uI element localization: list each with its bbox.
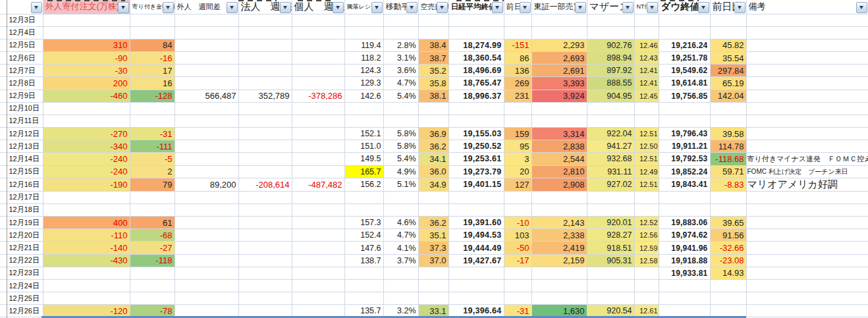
cell-opening_amount[interactable] (130, 102, 175, 115)
cell-short_ratio[interactable]: 36.2 (418, 217, 448, 229)
cell-nikkei_diff[interactable] (504, 26, 531, 39)
cell-nikkei_close[interactable] (448, 102, 504, 115)
cell-nikkei_close[interactable] (448, 26, 504, 39)
cell-gaijin_orders[interactable]: -240 (43, 153, 130, 165)
cell-dow_close[interactable]: 19,852.24 (659, 165, 710, 178)
cell-mothers[interactable] (587, 292, 634, 305)
cell-remarks[interactable] (746, 203, 868, 216)
cell-gaijin_orders[interactable] (43, 203, 130, 216)
cell-short_ratio[interactable] (418, 115, 448, 127)
cell-hojin_week[interactable] (238, 77, 292, 90)
cell-toraku_ratio[interactable]: 118.2 (344, 52, 383, 65)
cell-tosho_volume[interactable] (531, 102, 587, 115)
cell-dow_diff[interactable] (710, 102, 746, 115)
cell-tosho_volume[interactable]: 2,838 (531, 140, 587, 153)
date-cell[interactable]: 12月20日 (7, 229, 43, 242)
cell-remarks[interactable] (746, 279, 868, 292)
filter-dropdown-button-nt_ratio[interactable] (647, 2, 658, 13)
cell-kojin_week[interactable] (292, 153, 344, 165)
cell-nikkei_diff[interactable]: 269 (504, 77, 531, 90)
cell-mothers[interactable]: 927.02 (587, 178, 634, 191)
cell-hojin_week[interactable] (238, 14, 292, 26)
cell-dow_close[interactable] (659, 203, 710, 216)
cell-gaijin_orders[interactable]: -140 (43, 242, 130, 254)
filter-dropdown-button-dow_diff[interactable] (734, 2, 746, 13)
cell-gaijin_week[interactable] (175, 14, 238, 26)
cell-dow_diff[interactable] (710, 14, 746, 26)
date-cell[interactable]: 12月5日 (7, 39, 43, 51)
cell-remarks[interactable] (746, 128, 868, 140)
cell-gaijin_week[interactable] (175, 65, 238, 77)
cell-remarks[interactable] (746, 305, 868, 317)
cell-hojin_week[interactable] (238, 140, 292, 153)
filter-dropdown-button-moving_avg[interactable] (406, 2, 418, 13)
cell-nt_ratio[interactable]: 12.59 (634, 242, 659, 254)
cell-dow_diff[interactable]: 59.71 (710, 165, 746, 178)
date-cell[interactable]: 12月18日 (7, 203, 43, 216)
cell-hojin_week[interactable] (238, 52, 292, 65)
cell-dow_close[interactable]: 19,911.21 (659, 140, 710, 153)
cell-kojin_week[interactable]: -487,482 (292, 178, 344, 191)
cell-short_ratio[interactable]: 38.4 (418, 39, 448, 51)
cell-mothers[interactable]: 888.55 (587, 77, 634, 90)
cell-nikkei_close[interactable]: 18,765.47 (448, 77, 504, 90)
cell-nikkei_diff[interactable]: 20 (504, 165, 531, 178)
cell-remarks[interactable] (746, 14, 868, 26)
cell-remarks[interactable] (746, 52, 868, 65)
cell-dow_diff[interactable] (710, 191, 746, 203)
cell-remarks[interactable] (746, 191, 868, 203)
cell-nt_ratio[interactable]: 12.58 (634, 254, 659, 267)
cell-opening_amount[interactable]: -68 (130, 229, 175, 242)
cell-tosho_volume[interactable]: 3,393 (531, 77, 587, 90)
filter-dropdown-button-kojin_week[interactable] (333, 2, 344, 13)
cell-gaijin_week[interactable] (175, 203, 238, 216)
cell-gaijin_week[interactable] (175, 279, 238, 292)
cell-short_ratio[interactable]: 35.8 (418, 77, 448, 90)
cell-tosho_volume[interactable] (531, 26, 587, 39)
cell-remarks[interactable]: マリオアメリカ好調 (746, 178, 868, 191)
cell-opening_amount[interactable] (130, 115, 175, 127)
cell-opening_amount[interactable]: 17 (130, 65, 175, 77)
date-cell[interactable]: 12月10日 (7, 102, 43, 115)
cell-short_ratio[interactable]: 38.7 (418, 52, 448, 65)
cell-nikkei_diff[interactable] (504, 279, 531, 292)
cell-tosho_volume[interactable]: 3,924 (531, 90, 587, 102)
cell-gaijin_week[interactable] (175, 26, 238, 39)
cell-mothers[interactable]: 920.01 (587, 217, 634, 229)
cell-nikkei_diff[interactable]: 95 (504, 140, 531, 153)
cell-mothers[interactable] (587, 115, 634, 127)
cell-nikkei_diff[interactable]: 127 (504, 178, 531, 191)
cell-nt_ratio[interactable]: 12.51 (634, 153, 659, 165)
filter-dropdown-button-opening_amount[interactable] (163, 2, 174, 13)
cell-hojin_week[interactable]: 352,789 (238, 90, 292, 102)
cell-moving_avg[interactable]: 4.1% (383, 242, 418, 254)
cell-short_ratio[interactable]: 35.1 (418, 229, 448, 242)
cell-nt_ratio[interactable] (634, 115, 659, 127)
cell-kojin_week[interactable] (292, 203, 344, 216)
cell-mothers[interactable]: 941.27 (587, 140, 634, 153)
cell-opening_amount[interactable]: -27 (130, 242, 175, 254)
cell-toraku_ratio[interactable]: 157.3 (344, 217, 383, 229)
cell-dow_close[interactable] (659, 14, 710, 26)
cell-kojin_week[interactable]: -378,286 (292, 90, 344, 102)
filter-dropdown-button-nikkei_diff[interactable] (520, 2, 531, 13)
cell-kojin_week[interactable] (292, 39, 344, 51)
cell-opening_amount[interactable]: 61 (130, 217, 175, 229)
cell-mothers[interactable] (587, 26, 634, 39)
cell-dow_close[interactable]: 19,549.62 (659, 65, 710, 77)
cell-remarks[interactable] (746, 242, 868, 254)
cell-dow_diff[interactable]: 65.19 (710, 77, 746, 90)
cell-nt_ratio[interactable] (634, 267, 659, 279)
cell-opening_amount[interactable]: 2 (130, 165, 175, 178)
cell-tosho_volume[interactable]: 2,810 (531, 165, 587, 178)
cell-opening_amount[interactable] (130, 279, 175, 292)
cell-nikkei_close[interactable]: 19,401.15 (448, 178, 504, 191)
cell-dow_diff[interactable] (710, 203, 746, 216)
cell-nikkei_diff[interactable]: 86 (504, 52, 531, 65)
cell-gaijin_orders[interactable] (43, 267, 130, 279)
cell-dow_close[interactable] (659, 26, 710, 39)
cell-nikkei_close[interactable]: 18,274.99 (448, 39, 504, 51)
cell-remarks[interactable] (746, 102, 868, 115)
cell-gaijin_orders[interactable]: -30 (43, 65, 130, 77)
cell-nt_ratio[interactable]: 12.43 (634, 52, 659, 65)
